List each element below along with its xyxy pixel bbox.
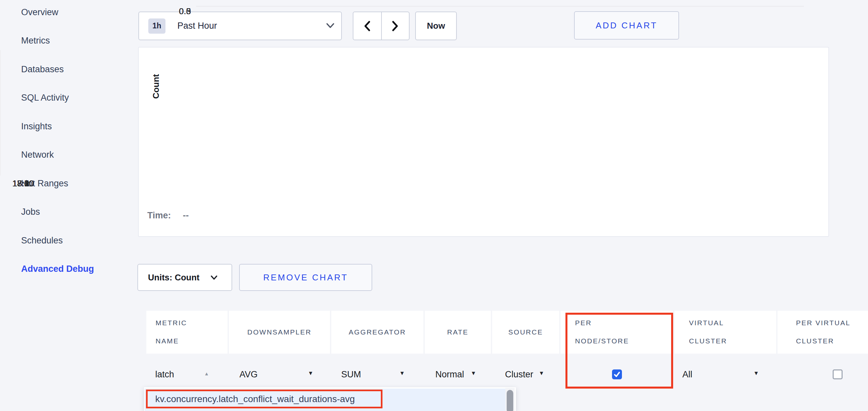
sidebar-item-insights[interactable]: Insights bbox=[21, 121, 52, 132]
downsampler-select[interactable]: AVG bbox=[240, 369, 258, 380]
column-header-metric-name: METRIC NAME bbox=[146, 311, 227, 353]
remove-chart-button[interactable]: REMOVE CHART bbox=[239, 264, 372, 291]
add-chart-button[interactable]: ADD CHART bbox=[574, 11, 679, 40]
caret-down-icon: ▼ bbox=[399, 370, 405, 377]
sidebar-item-databases[interactable]: Databases bbox=[21, 64, 64, 75]
virtual-cluster-select[interactable]: All bbox=[682, 369, 692, 380]
column-header-downsampler: DOWNSAMPLER bbox=[229, 311, 330, 353]
rate-select[interactable]: Normal bbox=[435, 369, 464, 380]
caret-down-icon: ▼ bbox=[539, 370, 544, 377]
now-button[interactable]: Now bbox=[415, 11, 457, 40]
y-axis-tick: 0.0 bbox=[164, 6, 191, 16]
sidebar-item-metrics[interactable]: Metrics bbox=[21, 35, 50, 46]
gridline-vertical bbox=[0, 50, 1, 175]
caret-down-icon: ▼ bbox=[471, 370, 476, 377]
sidebar-item-schedules[interactable]: Schedules bbox=[21, 235, 63, 246]
previous-time-button[interactable] bbox=[353, 12, 381, 40]
sidebar-item-sql-activity[interactable]: SQL Activity bbox=[21, 92, 69, 103]
column-header-aggregator: AGGREGATOR bbox=[331, 311, 424, 353]
column-header-virtual-cluster: VIRTUAL CLUSTER bbox=[675, 311, 776, 353]
advanced-debug-custom-chart-page: Overview Metrics Databases SQL Activity … bbox=[0, 0, 868, 411]
sidebar-item-jobs[interactable]: Jobs bbox=[21, 206, 40, 217]
time-step-buttons bbox=[353, 11, 409, 40]
time-range-badge: 1h bbox=[148, 19, 165, 34]
y-axis-label: Count bbox=[151, 74, 161, 99]
column-header-rate: RATE bbox=[425, 311, 491, 353]
column-header-source: SOURCE bbox=[492, 311, 559, 353]
caret-down-icon: ▼ bbox=[753, 370, 759, 377]
sidebar-item-advanced-debug[interactable]: Advanced Debug bbox=[21, 263, 94, 274]
time-range-label: Past Hour bbox=[177, 21, 217, 31]
chart-card bbox=[138, 47, 829, 237]
aggregator-select[interactable]: SUM bbox=[341, 369, 361, 380]
chevron-left-icon bbox=[363, 20, 372, 32]
source-select[interactable]: Cluster bbox=[505, 369, 533, 380]
hover-time-label: Time: bbox=[147, 210, 171, 220]
dropdown-scrollbar-thumb[interactable] bbox=[507, 390, 513, 411]
column-header-per-virtual-cluster: PER VIRTUAL CLUSTER bbox=[777, 311, 868, 353]
caret-down-icon: ▼ bbox=[308, 370, 313, 377]
annotation-box-per-node-store bbox=[565, 313, 673, 388]
chevron-down-icon bbox=[210, 275, 218, 280]
next-time-button[interactable] bbox=[381, 12, 409, 40]
sidebar-item-network[interactable]: Network bbox=[21, 149, 54, 160]
hover-time-value: -- bbox=[183, 210, 189, 220]
divider bbox=[381, 12, 382, 40]
annotation-box-suggestion bbox=[146, 389, 382, 408]
caret-up-icon: ▲ bbox=[204, 371, 209, 376]
gridline-horizontal bbox=[196, 6, 804, 7]
per-virtual-cluster-checkbox[interactable] bbox=[833, 370, 843, 379]
sidebar-item-overview[interactable]: Overview bbox=[21, 7, 58, 18]
metric-name-input[interactable]: latch bbox=[155, 369, 174, 380]
chevron-right-icon bbox=[391, 20, 399, 32]
x-axis-tick: 18:40 bbox=[0, 178, 46, 189]
chevron-down-icon bbox=[326, 23, 335, 29]
hover-time-readout: Time:-- bbox=[147, 210, 189, 221]
